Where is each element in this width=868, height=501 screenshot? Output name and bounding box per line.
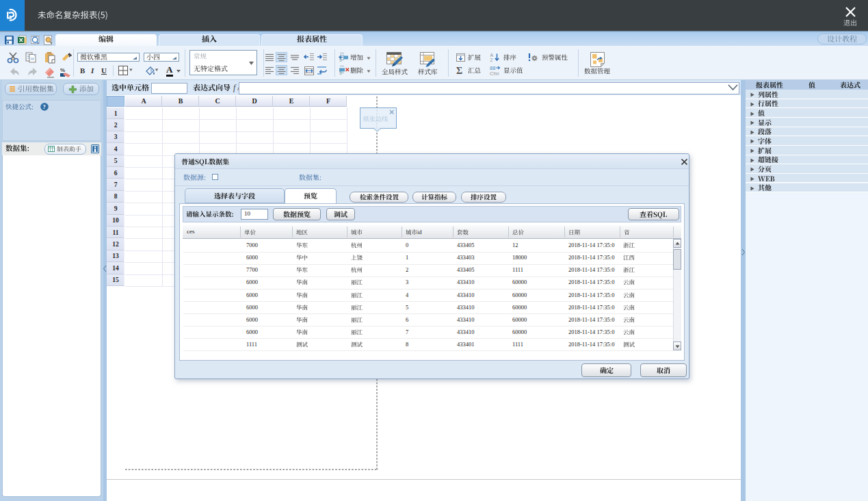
svg-text:2: 2 (490, 57, 493, 62)
svg-text:?: ? (42, 103, 45, 110)
svg-text:%: % (60, 67, 65, 73)
svg-text:A: A (490, 53, 494, 57)
svg-text:Chn: Chn (490, 70, 499, 77)
